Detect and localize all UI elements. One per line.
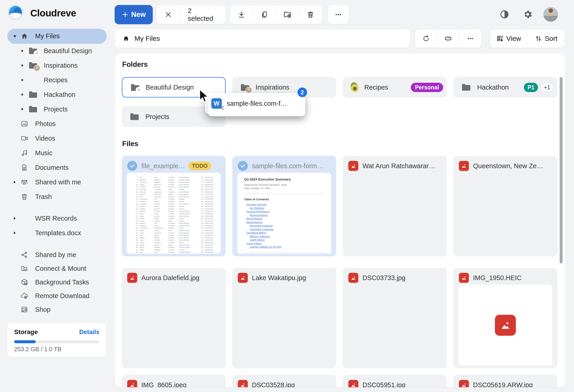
view-button[interactable]: View xyxy=(490,29,527,48)
new-button[interactable]: New xyxy=(115,5,153,24)
avatar-folder-icon xyxy=(240,83,250,91)
folder-name: Beautiful Design xyxy=(146,84,194,91)
user-avatar[interactable] xyxy=(543,7,558,22)
folder-move-icon xyxy=(283,10,291,19)
file-card-wat-arun[interactable]: Wat Arun Ratchawarar… xyxy=(343,156,447,256)
sidebar-item-templates-docx[interactable]: Templates.docx xyxy=(7,226,107,240)
folder-name: Inspirations xyxy=(256,84,289,91)
sidebar-item-projects[interactable]: Projects xyxy=(7,102,107,116)
cloud-download-icon xyxy=(20,292,28,300)
settings-button[interactable] xyxy=(522,8,534,21)
sidebar-item-shared-with-me[interactable]: Shared with me xyxy=(7,175,107,189)
sidebar-item-photos[interactable]: Photos xyxy=(7,116,107,131)
shared-folder-icon xyxy=(28,47,38,55)
image-file-icon xyxy=(348,273,358,283)
image-file-icon xyxy=(459,273,469,283)
sheet-row: 34JudieClaywellFemaleFrance3516/08/2016 xyxy=(127,242,221,244)
copy-icon xyxy=(261,11,268,19)
sidebar: Cloudreve My Files Beautiful Design Insp… xyxy=(0,0,115,392)
sort-button[interactable]: Sort xyxy=(527,29,565,48)
delete-button[interactable] xyxy=(299,5,322,24)
close-icon xyxy=(164,11,172,18)
share-badge-icon xyxy=(34,50,40,56)
refresh-button[interactable] xyxy=(415,29,437,48)
sidebar-item-inspirations[interactable]: Inspirations xyxy=(7,58,107,73)
scrollbar-thumb[interactable] xyxy=(560,77,563,264)
doc-meta: Prepared by: Business Analytics Team Dat… xyxy=(244,183,324,190)
sidebar-item-connect-mount[interactable]: Connect & Mount xyxy=(7,261,107,276)
file-card-queenstown[interactable]: Queenstown, New Zeal… xyxy=(453,156,557,256)
sidebar-item-documents[interactable]: Documents xyxy=(7,160,107,175)
theme-toggle-button[interactable] xyxy=(498,8,511,21)
ellipsis-icon xyxy=(467,35,474,42)
sidebar-item-shop[interactable]: Shop xyxy=(7,302,107,317)
more-list-options-button[interactable] xyxy=(459,29,481,48)
sheet-row: 10FallonWinwardFemaleGreat Britain2816/0… xyxy=(127,184,221,186)
storage-title: Storage xyxy=(14,329,38,336)
folder-icon xyxy=(461,83,471,92)
folder-card-hackathon[interactable]: Hackathon P1 +1 xyxy=(453,77,557,98)
folder-icon xyxy=(129,112,140,121)
move-to-button[interactable] xyxy=(276,5,299,24)
chevron-right-icon[interactable] xyxy=(20,93,24,96)
chevron-right-icon[interactable] xyxy=(13,180,16,184)
clear-selection-button[interactable] xyxy=(157,5,180,24)
chevron-right-icon[interactable] xyxy=(13,217,16,220)
file-card-dsc03733[interactable]: DSC03733.jpg xyxy=(343,268,447,368)
folder-card-recipes[interactable]: Recipes Personal xyxy=(343,77,447,98)
chevron-right-icon[interactable] xyxy=(20,49,24,53)
file-card-img-8605[interactable]: IMG_8605.jpeg xyxy=(122,375,226,388)
sidebar-item-wsr-records[interactable]: WSR Records xyxy=(7,211,107,226)
chevron-down-icon[interactable] xyxy=(13,34,17,38)
cloudreve-logo-icon[interactable] xyxy=(8,5,23,20)
chevron-right-icon[interactable] xyxy=(20,63,24,67)
people-icon xyxy=(20,178,28,186)
sheet-row: 36NenaHackerFemaleUnited States2915/10/2… xyxy=(127,246,221,249)
doc-toc-link: Market Analysis xyxy=(246,221,324,224)
sidebar-item-label: Connect & Mount xyxy=(35,261,86,276)
file-card-aurora[interactable]: Aurora Dalefield.jpg xyxy=(122,268,226,368)
selected-check-icon[interactable] xyxy=(238,161,248,171)
chevron-right-icon[interactable] xyxy=(13,231,16,235)
sidebar-item-label: Inspirations xyxy=(44,58,78,73)
file-card-dsc05619[interactable]: DSC05619.ARW.jpg xyxy=(453,375,557,388)
sidebar-item-music[interactable]: Music xyxy=(7,146,107,160)
sidebar-item-shared-by-me[interactable]: Shared by me xyxy=(7,248,107,262)
file-card-dsc03528[interactable]: DSC03528.jpg xyxy=(232,375,336,388)
image-file-icon xyxy=(127,380,137,388)
breadcrumb[interactable]: My Files xyxy=(115,29,410,48)
home-icon xyxy=(20,32,28,40)
copy-button[interactable] xyxy=(253,5,276,24)
tag-badge-more[interactable]: +1 xyxy=(540,83,554,92)
view-sort-group: View Sort xyxy=(490,29,565,48)
doc-toc-link: Key Highlights xyxy=(250,206,324,210)
file-card-file-example[interactable]: file_example… TODO 7EtaHumFemaleGreat Br… xyxy=(122,156,226,256)
sheet-row: 14MarcelZabriskieMaleGreat Britain2621/0… xyxy=(127,193,221,196)
tags-button[interactable] xyxy=(437,29,459,48)
music-note-icon xyxy=(20,149,28,157)
file-name: sample-files.com-form… xyxy=(252,162,324,170)
sidebar-item-my-files[interactable]: My Files xyxy=(7,29,107,44)
file-card-dsc05951[interactable]: DSC05951.jpg xyxy=(343,375,447,388)
file-card-lake-wakatipu[interactable]: Lake Wakatipu.jpg xyxy=(232,268,336,368)
capsule-icon xyxy=(444,35,452,42)
chevron-right-icon[interactable] xyxy=(20,78,24,82)
doc-toc-link: Quality Metrics xyxy=(250,238,324,242)
sidebar-item-remote-download[interactable]: Remote Download xyxy=(7,289,107,303)
download-button[interactable] xyxy=(230,5,253,24)
selected-check-icon[interactable] xyxy=(127,161,137,171)
more-actions-button[interactable] xyxy=(328,5,349,24)
file-card-img-1950[interactable]: IMG_1950.HEIC xyxy=(453,268,557,368)
cloudreve-app-window: Cloudreve My Files Beautiful Design Insp… xyxy=(0,0,574,392)
sidebar-item-recipes[interactable]: Recipes xyxy=(7,73,107,87)
sidebar-item-beautiful-design[interactable]: Beautiful Design xyxy=(7,43,107,58)
sidebar-item-background-tasks[interactable]: Background Tasks xyxy=(7,275,107,289)
file-card-sample-files-doc[interactable]: sample-files.com-form… Q3 2024 Executive… xyxy=(232,156,336,256)
sidebar-item-hackathon[interactable]: Hackathon xyxy=(7,87,107,102)
storage-details-link[interactable]: Details xyxy=(79,329,99,336)
sheet-row: 20TeresaStrawnFemaleFrance4621/05/2015 xyxy=(127,208,221,210)
sidebar-item-videos[interactable]: Videos xyxy=(7,131,107,146)
sidebar-item-trash[interactable]: Trash xyxy=(7,189,107,204)
chevron-right-icon[interactable] xyxy=(20,107,24,111)
sidebar-item-label: WSR Records xyxy=(35,211,77,226)
